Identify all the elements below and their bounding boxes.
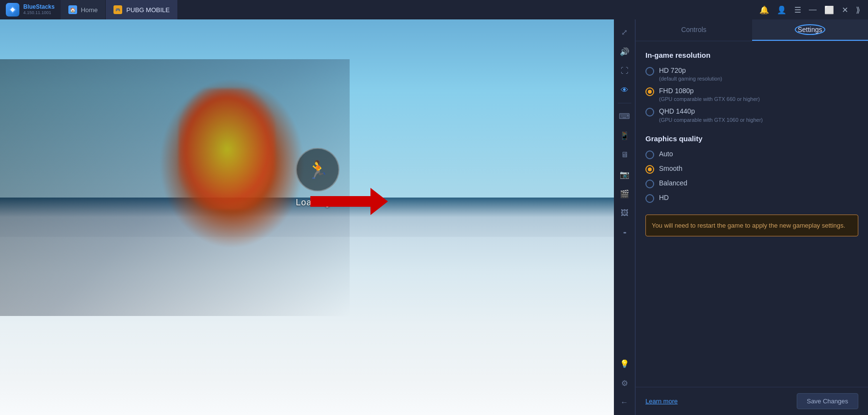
resolution-hd720-radio[interactable] (645, 67, 654, 76)
keyboard-button[interactable]: ⌨ (616, 107, 633, 125)
tab-settings[interactable]: Settings (752, 19, 868, 41)
resolution-qhd1440-label: QHD 1440p (659, 107, 763, 116)
quality-smooth-radio-dot (648, 167, 652, 171)
warning-text: You will need to restart the game to app… (652, 221, 852, 231)
video-button[interactable]: 🎬 (616, 185, 633, 202)
quality-balanced-radio[interactable] (645, 180, 654, 188)
pubg-tab-icon: 🎮 (113, 5, 122, 14)
red-arrow (310, 189, 388, 214)
close-icon[interactable]: ✕ (842, 5, 848, 15)
tab-pubg[interactable]: 🎮 PUBG MOBILE (106, 0, 178, 19)
quality-section-title: Graphics quality (645, 134, 858, 143)
resolution-options: HD 720p (default gaming resolution) FHD … (645, 66, 858, 123)
quality-auto-label: Auto (659, 149, 673, 158)
bulb-button[interactable]: 💡 (616, 355, 633, 372)
game-area: 🏃 Loading ... ⤢ 🔊 ⛶ 👁 ⌨ 📱 🖥 📷 (0, 19, 635, 415)
sound-button[interactable]: 🔊 (616, 43, 633, 60)
quality-smooth-radio[interactable] (645, 165, 654, 174)
settings-side-button[interactable]: ⚙ (616, 374, 633, 392)
display-button[interactable]: 🖥 (616, 146, 633, 164)
resolution-qhd1440-sublabel: (GPU comparable with GTX 1060 or higher) (659, 117, 763, 123)
back-button[interactable]: ← (616, 394, 633, 411)
window-controls: 🔔 👤 ☰ — ⬜ ✕ ⟫ (759, 5, 868, 15)
resolution-hd720-text: HD 720p (default gaming resolution) (659, 66, 722, 82)
resolution-option-qhd1440[interactable]: QHD 1440p (GPU comparable with GTX 1060 … (645, 107, 858, 122)
tab-controls[interactable]: Controls (636, 19, 752, 41)
quality-option-smooth[interactable]: Smooth (645, 164, 858, 174)
quality-option-balanced[interactable]: Balanced (645, 179, 858, 188)
main-area: 🏃 Loading ... ⤢ 🔊 ⛶ 👁 ⌨ 📱 🖥 📷 (0, 19, 868, 415)
menu-icon[interactable]: ☰ (794, 5, 801, 15)
resolution-qhd1440-text: QHD 1440p (GPU comparable with GTX 1060 … (659, 107, 763, 122)
settings-tab-label: Settings (798, 26, 822, 33)
image-button[interactable]: 🖼 (616, 204, 633, 222)
profile-icon[interactable]: 👤 (777, 5, 787, 15)
settings-content: In-game resolution HD 720p (default gami… (636, 41, 868, 387)
resolution-fhd1080-label: FHD 1080p (659, 86, 760, 95)
collapse-panel-icon[interactable]: ⟫ (856, 5, 860, 15)
resolution-fhd1080-sublabel: (GPU comparable with GTX 660 or higher) (659, 96, 760, 102)
quality-option-hd[interactable]: HD (645, 193, 858, 203)
save-changes-button[interactable]: Save Changes (797, 393, 858, 409)
quality-options: Auto Smooth Balanced HD (645, 149, 858, 203)
side-toolbar: ⤢ 🔊 ⛶ 👁 ⌨ 📱 🖥 📷 🎬 🖼 ••• 💡 ⚙ ← (614, 19, 635, 415)
home-tab-label: Home (81, 6, 98, 14)
settings-tab-highlight: Settings (795, 24, 825, 35)
game-background: 🏃 Loading ... (0, 19, 635, 415)
resolution-fhd1080-radio-dot (648, 90, 652, 94)
resolution-hd720-sublabel: (default gaming resolution) (659, 76, 722, 82)
tab-home[interactable]: 🏠 Home (61, 0, 106, 19)
loading-circle: 🏃 (296, 148, 339, 192)
warning-box: You will need to restart the game to app… (645, 215, 858, 237)
quality-smooth-label: Smooth (659, 164, 682, 173)
settings-tabs: Controls Settings (636, 19, 868, 41)
phone-button[interactable]: 📱 (616, 127, 633, 144)
bluestacks-logo: BlueStacks 4.150.11.1001 (0, 0, 61, 19)
more-button[interactable]: ••• (616, 224, 633, 241)
notification-icon[interactable]: 🔔 (759, 5, 769, 15)
resolution-hd720-label: HD 720p (659, 66, 722, 75)
eye-button[interactable]: 👁 (616, 82, 633, 99)
toolbar-divider-1 (618, 103, 631, 103)
quality-option-auto[interactable]: Auto (645, 149, 858, 159)
resolution-option-fhd1080[interactable]: FHD 1080p (GPU comparable with GTX 660 o… (645, 86, 858, 102)
resolution-fhd1080-text: FHD 1080p (GPU comparable with GTX 660 o… (659, 86, 760, 102)
arrow-head (370, 188, 388, 215)
controls-tab-label: Controls (681, 26, 707, 33)
title-bar: BlueStacks 4.150.11.1001 🏠 Home 🎮 PUBG M… (0, 0, 868, 19)
resolution-fhd1080-radio[interactable] (645, 87, 654, 96)
settings-panel: Controls Settings In-game resolution HD … (635, 19, 868, 415)
quality-hd-label: HD (659, 193, 669, 202)
resolution-option-hd720[interactable]: HD 720p (default gaming resolution) (645, 66, 858, 82)
minimize-icon[interactable]: — (809, 5, 817, 14)
quality-auto-radio[interactable] (645, 150, 654, 159)
expand-button[interactable]: ⤢ (616, 23, 633, 41)
quality-balanced-label: Balanced (659, 179, 687, 187)
learn-more-link[interactable]: Learn more (645, 398, 677, 405)
pubg-tab-label: PUBG MOBILE (126, 6, 170, 14)
settings-footer: Learn more Save Changes (636, 387, 868, 415)
logo-icon (6, 3, 19, 17)
maximize-icon[interactable]: ⬜ (824, 5, 834, 15)
loading-figure-icon: 🏃 (307, 160, 329, 180)
resolution-qhd1440-radio[interactable] (645, 108, 654, 116)
quality-hd-radio[interactable] (645, 194, 654, 203)
app-version: 4.150.11.1001 (23, 11, 55, 16)
home-tab-icon: 🏠 (68, 5, 77, 14)
camera-button[interactable]: 📷 (616, 166, 633, 183)
logo-text: BlueStacks 4.150.11.1001 (23, 4, 55, 15)
app-name: BlueStacks (23, 4, 55, 10)
resolution-section-title: In-game resolution (645, 51, 858, 59)
arrow-body (310, 196, 373, 207)
fullscreen-button[interactable]: ⛶ (616, 62, 633, 80)
